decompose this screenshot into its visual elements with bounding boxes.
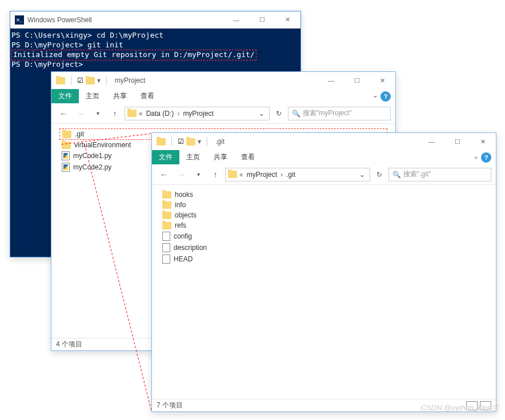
tab-view[interactable]: 查看 <box>134 89 161 103</box>
search-input[interactable]: 🔍 搜索"myProject" <box>288 107 391 120</box>
dropdown-icon[interactable]: ▾ <box>97 76 101 84</box>
refresh-button[interactable]: ↻ <box>372 168 386 181</box>
folder-icon <box>62 142 71 149</box>
address-dropdown-icon[interactable]: ⌄ <box>357 171 367 179</box>
python-file-icon <box>62 163 70 172</box>
checkbox-icon[interactable]: ☑ <box>178 138 184 146</box>
folder-icon <box>162 191 171 199</box>
folder-icon <box>162 212 171 219</box>
folder-icon <box>162 201 171 209</box>
close-button[interactable]: ✕ <box>370 72 395 89</box>
search-icon: 🔍 <box>392 171 401 179</box>
folder-icon <box>127 110 137 117</box>
list-item-folder[interactable]: refs <box>160 220 488 231</box>
tab-file[interactable]: 文件 <box>51 89 79 103</box>
explorer-window-git: ☑ ▾ .git — ☐ ✕ 文件 主页 共享 查看 ⌄ ? ← → ▾ ↑ «… <box>151 132 496 412</box>
minimize-button[interactable]: — <box>318 72 344 89</box>
expand-ribbon-icon[interactable]: ⌄ <box>473 152 479 160</box>
up-button[interactable]: ↑ <box>107 106 122 121</box>
tab-share[interactable]: 共享 <box>106 89 134 103</box>
expand-ribbon-icon[interactable]: ⌄ <box>372 91 378 99</box>
navigation-toolbar: ← → ▾ ↑ « Data (D:) › myProject ⌄ ↻ 🔍 搜索… <box>51 103 395 124</box>
terminal-line: PS C:\Users\xingy> cd D:\myProject <box>11 31 299 41</box>
tab-home[interactable]: 主页 <box>179 150 207 164</box>
maximize-button[interactable]: ☐ <box>249 11 275 28</box>
divider <box>171 137 172 146</box>
search-placeholder: 搜索"myProject" <box>303 108 352 118</box>
maximize-button[interactable]: ☐ <box>344 72 370 89</box>
powershell-icon: >_ <box>15 15 24 25</box>
address-dropdown-icon[interactable]: ⌄ <box>256 110 267 118</box>
close-button[interactable]: ✕ <box>275 11 300 28</box>
breadcrumb-segment[interactable]: myProject <box>182 110 214 118</box>
titlebar[interactable]: >_ Windows PowerShell — ☐ ✕ <box>10 11 300 29</box>
breadcrumb-segment[interactable]: Data (D:) <box>145 110 175 118</box>
item-count: 4 个项目 <box>56 340 82 349</box>
search-placeholder: 搜索".git" <box>403 169 431 179</box>
folder-icon <box>228 171 237 178</box>
tab-view[interactable]: 查看 <box>234 150 262 164</box>
tab-share[interactable]: 共享 <box>207 150 234 164</box>
file-icon <box>162 243 170 252</box>
forward-button[interactable]: → <box>174 167 189 182</box>
python-file-icon <box>62 151 70 160</box>
window-title: Windows PowerShell <box>27 16 92 24</box>
breadcrumb-separator[interactable]: › <box>177 110 179 118</box>
list-item-file[interactable]: config <box>160 231 488 242</box>
recent-dropdown[interactable]: ▾ <box>191 167 206 182</box>
folder-icon <box>162 222 171 229</box>
help-icon[interactable]: ? <box>380 91 391 102</box>
breadcrumb-separator[interactable]: › <box>280 171 283 179</box>
folder-icon <box>62 131 71 138</box>
window-title: myProject <box>115 76 145 84</box>
minimize-button[interactable]: — <box>223 11 249 28</box>
help-icon[interactable]: ? <box>481 152 491 163</box>
list-item-folder[interactable]: hooks <box>160 189 488 200</box>
list-item-folder[interactable]: info <box>160 200 488 210</box>
folder-icon[interactable] <box>86 77 95 84</box>
back-button[interactable]: ← <box>56 106 71 121</box>
tab-home[interactable]: 主页 <box>79 89 106 103</box>
watermark: CSDN @python_One生 <box>421 403 499 413</box>
up-button[interactable]: ↑ <box>208 167 223 182</box>
search-input[interactable]: 🔍 搜索".git" <box>388 168 491 181</box>
address-bar[interactable]: « Data (D:) › myProject ⌄ <box>125 107 270 120</box>
divider <box>106 76 107 85</box>
breadcrumb-segment[interactable]: myProject <box>246 171 278 179</box>
file-icon <box>162 232 170 241</box>
terminal-line: Initialized empty Git repository in D:/m… <box>11 50 299 60</box>
navigation-toolbar: ← → ▾ ↑ « myProject › .git ⌄ ↻ 🔍 搜索".git… <box>152 164 496 185</box>
recent-dropdown[interactable]: ▾ <box>90 106 105 121</box>
folder-icon[interactable] <box>186 138 195 146</box>
list-item-file[interactable]: HEAD <box>160 253 488 265</box>
folder-icon <box>157 138 166 146</box>
divider <box>207 137 207 146</box>
dropdown-icon[interactable]: ▾ <box>198 138 201 146</box>
ribbon-tabs: 文件 主页 共享 查看 ⌄ ? <box>51 89 395 103</box>
divider <box>71 76 71 85</box>
list-item-folder[interactable]: objects <box>160 210 488 220</box>
checkbox-icon[interactable]: ☑ <box>77 76 83 84</box>
titlebar[interactable]: ☑ ▾ .git — ☐ ✕ <box>152 133 496 150</box>
search-icon: 🔍 <box>292 110 300 118</box>
close-button[interactable]: ✕ <box>470 134 496 150</box>
window-title: .git <box>215 138 225 146</box>
file-list[interactable]: hooks info objects refs config descripti… <box>152 185 496 399</box>
address-bar[interactable]: « myProject › .git ⌄ <box>225 168 370 181</box>
folder-icon <box>56 77 65 84</box>
terminal-line: PS D:\myProject> <box>11 60 299 70</box>
forward-button[interactable]: → <box>73 106 88 121</box>
maximize-button[interactable]: ☐ <box>444 134 470 150</box>
item-count: 7 个项目 <box>157 401 183 410</box>
list-item-file[interactable]: description <box>160 242 488 253</box>
titlebar[interactable]: ☑ ▾ myProject — ☐ ✕ <box>51 72 395 89</box>
back-button[interactable]: ← <box>157 167 171 182</box>
terminal-line: PS D:\myProject> git init <box>11 41 299 50</box>
breadcrumb-segment[interactable]: .git <box>285 171 296 179</box>
breadcrumb-separator[interactable]: « <box>139 110 143 118</box>
minimize-button[interactable]: — <box>419 134 444 150</box>
tab-file[interactable]: 文件 <box>152 150 179 164</box>
refresh-button[interactable]: ↻ <box>272 107 286 120</box>
ribbon-tabs: 文件 主页 共享 查看 ⌄ ? <box>152 150 496 164</box>
breadcrumb-separator[interactable]: « <box>239 171 243 179</box>
